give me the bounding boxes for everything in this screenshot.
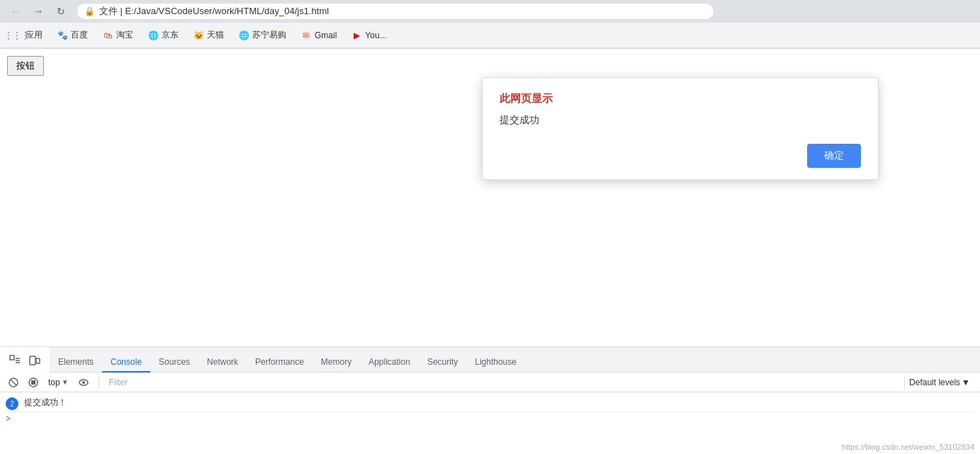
bookmark-apps[interactable]: ⋮⋮⋮ 应用 bbox=[6, 26, 48, 44]
alert-title: 此网页显示 bbox=[500, 92, 861, 106]
tab-elements[interactable]: Elements bbox=[50, 353, 102, 373]
nav-buttons: ← → ↻ bbox=[6, 1, 71, 21]
apps-icon: ⋮⋮⋮ bbox=[11, 30, 23, 41]
stop-button[interactable] bbox=[26, 375, 41, 390]
gmail-icon: ✉ bbox=[300, 30, 312, 41]
tab-network[interactable]: Network bbox=[198, 353, 247, 373]
bookmark-suning[interactable]: 🌐 苏宁易购 bbox=[232, 26, 292, 44]
bookmark-baidu[interactable]: 🐾 百度 bbox=[51, 26, 94, 44]
bookmark-jingdong[interactable]: 🌐 京东 bbox=[142, 26, 184, 44]
taobao-icon: 🛍 bbox=[102, 30, 113, 41]
devtools-tab-icons bbox=[0, 348, 50, 373]
svg-line-4 bbox=[11, 380, 16, 385]
default-levels-dropdown[interactable]: Default levels ▼ bbox=[904, 376, 974, 389]
page-content: 按钮 此网页显示 提交成功 确定 bbox=[0, 49, 980, 346]
svg-rect-0 bbox=[10, 356, 14, 360]
reload-button[interactable]: ↻ bbox=[51, 1, 71, 21]
alert-message: 提交成功 bbox=[500, 114, 861, 127]
bookmark-gmail-label: Gmail bbox=[315, 30, 337, 40]
context-label: top bbox=[48, 378, 60, 387]
console-badge: 2 bbox=[6, 397, 18, 410]
devtools-tabs: Elements Console Sources Network Perform… bbox=[50, 347, 980, 373]
inspect-element-button[interactable] bbox=[6, 351, 24, 370]
bookmark-taobao-label: 淘宝 bbox=[116, 29, 133, 41]
context-selector[interactable]: top ▼ bbox=[45, 376, 72, 389]
svg-rect-6 bbox=[31, 380, 35, 385]
baidu-icon: 🐾 bbox=[57, 30, 68, 41]
bookmarks-bar: ⋮⋮⋮ 应用 🐾 百度 🛍 淘宝 🌐 京东 🐱 天猫 🌐 苏宁易购 ✉ Gmai… bbox=[0, 23, 980, 48]
alert-ok-button[interactable]: 确定 bbox=[807, 144, 861, 168]
browser-chrome: ← → ↻ 🔒 文件 | E:/Java/VSCodeUser/work/HTM… bbox=[0, 0, 980, 49]
jingdong-icon: 🌐 bbox=[147, 30, 159, 41]
bookmark-youtube-label: You... bbox=[365, 30, 386, 40]
title-bar: ← → ↻ 🔒 文件 | E:/Java/VSCodeUser/work/HTM… bbox=[0, 0, 980, 23]
bookmark-suning-label: 苏宁易购 bbox=[252, 29, 286, 41]
secure-icon: 🔒 bbox=[84, 6, 95, 16]
tab-performance[interactable]: Performance bbox=[247, 353, 312, 373]
tab-sources[interactable]: Sources bbox=[150, 353, 198, 373]
filter-input[interactable] bbox=[106, 376, 900, 389]
tab-console[interactable]: Console bbox=[102, 353, 150, 373]
levels-dropdown-icon: ▼ bbox=[962, 378, 970, 387]
bookmark-jingdong-label: 京东 bbox=[162, 29, 179, 41]
svg-point-8 bbox=[82, 381, 85, 384]
console-prompt-row: > bbox=[6, 412, 974, 425]
eye-button[interactable] bbox=[76, 375, 91, 390]
filter-divider bbox=[98, 377, 99, 388]
clear-console-button[interactable] bbox=[6, 375, 21, 390]
devtools-tabs-wrapper: Elements Console Sources Network Perform… bbox=[0, 347, 980, 373]
back-button[interactable]: ← bbox=[6, 1, 26, 21]
devtools-panel: Elements Console Sources Network Perform… bbox=[0, 346, 980, 454]
console-chevron-icon: > bbox=[6, 414, 11, 424]
alert-footer: 确定 bbox=[500, 144, 861, 168]
forward-button[interactable]: → bbox=[28, 1, 48, 21]
suning-icon: 🌐 bbox=[238, 30, 249, 41]
watermark: https://blog.csdn.net/weixin_53102834 bbox=[842, 443, 974, 451]
devtools-toolbar: top ▼ Default levels ▼ bbox=[0, 373, 980, 392]
url-text: 文件 | E:/Java/VSCodeUser/work/HTML/day_04… bbox=[99, 5, 329, 18]
address-bar[interactable]: 🔒 文件 | E:/Java/VSCodeUser/work/HTML/day_… bbox=[77, 3, 714, 20]
tab-security[interactable]: Security bbox=[419, 353, 466, 373]
context-dropdown-icon: ▼ bbox=[62, 378, 69, 386]
tianmao-icon: 🐱 bbox=[193, 30, 204, 41]
device-toggle-button[interactable] bbox=[26, 351, 44, 370]
bookmark-apps-label: 应用 bbox=[26, 29, 43, 41]
console-message-row: 2 提交成功！ bbox=[6, 395, 974, 412]
youtube-icon: ▶ bbox=[351, 30, 362, 41]
tab-memory[interactable]: Memory bbox=[312, 353, 360, 373]
tab-lighthouse[interactable]: Lighthouse bbox=[466, 353, 525, 373]
devtools-console: 2 提交成功！ > bbox=[0, 392, 980, 454]
bookmark-tianmao-label: 天猫 bbox=[207, 29, 224, 41]
bookmark-taobao[interactable]: 🛍 淘宝 bbox=[96, 26, 139, 44]
bookmark-tianmao[interactable]: 🐱 天猫 bbox=[187, 26, 230, 44]
svg-rect-2 bbox=[36, 358, 40, 363]
bookmark-gmail[interactable]: ✉ Gmail bbox=[295, 27, 342, 44]
bookmark-baidu-label: 百度 bbox=[71, 29, 88, 41]
console-message-text: 提交成功！ bbox=[24, 397, 67, 409]
alert-dialog: 此网页显示 提交成功 确定 bbox=[482, 77, 879, 180]
default-levels-label: Default levels bbox=[909, 378, 960, 387]
page-button[interactable]: 按钮 bbox=[7, 56, 44, 76]
bookmark-youtube[interactable]: ▶ You... bbox=[345, 27, 392, 44]
svg-rect-1 bbox=[30, 356, 35, 365]
tab-application[interactable]: Application bbox=[360, 353, 419, 373]
